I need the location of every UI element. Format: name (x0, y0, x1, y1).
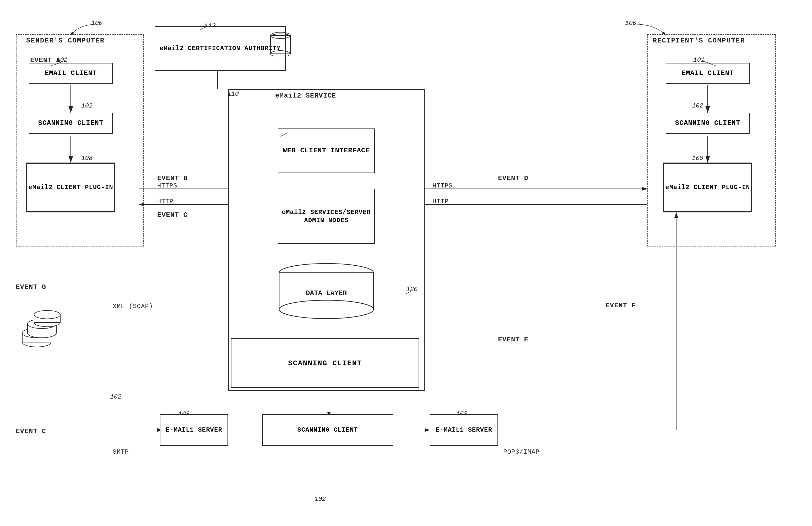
ref-100-left: 100 (91, 20, 102, 27)
ref-100-right: 100 (625, 20, 636, 27)
email-client-sender-box: EMAIL CLIENT (29, 63, 113, 84)
ref-102-4: 102 (315, 496, 326, 503)
event-f-label: EVENT F (606, 301, 636, 309)
svg-point-34 (279, 300, 374, 318)
ref-110: 110 (228, 90, 239, 98)
pop3-imap-label: POP3/IMAP (503, 449, 540, 455)
ref-120: 120 (406, 286, 418, 293)
https-right-label: HTTPS (433, 182, 453, 189)
email1-server-left-box: E-MAIL1 SERVER (160, 414, 228, 446)
svg-text:DATA LAYER: DATA LAYER (306, 289, 347, 297)
ref-101-recipient: 101 (693, 56, 705, 63)
event-c-bottom-label: EVENT C (16, 427, 46, 435)
http-left-label: HTTP (157, 198, 174, 205)
scanning-client-center-box: SCANNING CLIENT (231, 338, 419, 388)
svg-point-44 (34, 311, 60, 319)
email2-client-plugin-recipient-box: eMail2 CLIENT PLUG-IN (663, 162, 752, 212)
smtp-label: SMTP (113, 449, 129, 455)
scanning-client-recipient-box: SCANNING CLIENT (666, 113, 750, 134)
email1-server-right-box: E-MAIL1 SERVER (430, 414, 498, 446)
scanning-client-sender-box: SCANNING CLIENT (29, 113, 113, 134)
ref-108-sender: 108 (81, 155, 92, 162)
event-e-label: EVENT E (498, 336, 528, 343)
event-c-left-label: EVENT C (157, 211, 188, 219)
ref-102-1: 102 (81, 102, 92, 109)
senders-computer-label: SENDER'S COMPUTER (26, 37, 105, 45)
http-right-label: HTTP (433, 198, 449, 205)
recipients-computer-label: RECIPIENT'S COMPUTER (653, 37, 745, 45)
ref-108-recipient: 108 (692, 155, 703, 162)
ref-102-2: 102 (692, 102, 703, 109)
email2-service-inner-label: eMail2 SERVICE (275, 92, 336, 100)
email2-services-server-box: eMail2 SERVICES/SERVER ADMIN NODES (278, 189, 375, 244)
https-left-label: HTTPS (157, 182, 177, 189)
email2-client-plugin-sender-box: eMail2 CLIENT PLUG-IN (26, 162, 115, 212)
email-client-recipient-box: EMAIL CLIENT (666, 63, 750, 84)
event-a-label: EVENT A (30, 56, 60, 64)
event-d-label: EVENT D (498, 174, 528, 182)
data-layer-box: DATA LAYER (278, 262, 375, 320)
scanning-client-bottom-box: SCANNING CLIENT (262, 414, 393, 446)
ref-102-3: 102 (110, 393, 121, 400)
event-b-label: EVENT B (157, 174, 188, 182)
web-client-interface-box: WEB CLIENT INTERFACE (278, 128, 375, 173)
xml-soap-label: XML (SOAP) (113, 303, 153, 310)
email2-cert-authority-box: eMail2 CERTIFICATION AUTHORITY (155, 26, 286, 71)
svg-rect-30 (271, 35, 290, 54)
